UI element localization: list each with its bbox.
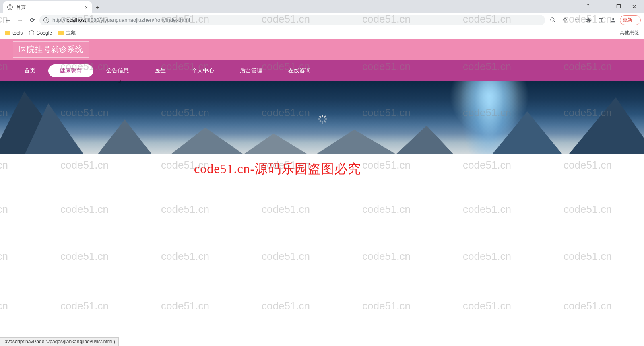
watermark-repeat: code51.cn xyxy=(262,159,310,171)
watermark-repeat: code51.cn xyxy=(564,250,612,263)
bookmark-google[interactable]: Google xyxy=(29,30,52,36)
watermark-repeat: code51.cn xyxy=(161,159,209,171)
globe-icon xyxy=(29,30,34,35)
site-header: 医院挂号就诊系统 xyxy=(0,39,644,60)
watermark-repeat: code51.cn xyxy=(262,107,310,119)
minimize-icon[interactable]: — xyxy=(597,2,610,12)
watermark-repeat: code51.cn xyxy=(60,300,109,312)
search-icon[interactable] xyxy=(547,15,558,25)
other-bookmarks[interactable]: 其他书签 xyxy=(618,29,639,36)
watermark-repeat: code51.cn xyxy=(0,107,8,119)
watermark-repeat: code51.cn xyxy=(463,13,511,25)
watermark-repeat: code51.cn xyxy=(262,300,310,312)
bookmarks-bar: tools Google 宝藏 其他书签 xyxy=(0,27,644,39)
watermark-repeat: code51.cn xyxy=(60,13,109,25)
watermark-repeat: code51.cn xyxy=(362,203,411,216)
status-text: javascript:navPage('./pages/jiankangjiao… xyxy=(4,339,115,344)
watermark-repeat: code51.cn xyxy=(463,159,511,171)
watermark-repeat: code51.cn xyxy=(564,203,612,216)
watermark-repeat: code51.cn xyxy=(362,300,411,312)
site-logo[interactable]: 医院挂号就诊系统 xyxy=(13,41,89,58)
globe-icon xyxy=(7,4,13,10)
browser-tab-strip: 首页 × + ˅ — ❐ ✕ xyxy=(0,0,644,13)
watermark-repeat: code51.cn xyxy=(362,159,411,171)
watermark-repeat: code51.cn xyxy=(262,60,310,73)
watermark-repeat: code51.cn xyxy=(0,159,8,171)
nav-home[interactable]: 首页 xyxy=(11,64,48,77)
menu-dots-icon: ⋮ xyxy=(634,17,638,23)
watermark-repeat: code51.cn xyxy=(463,250,511,263)
folder-icon xyxy=(58,31,64,35)
watermark-repeat: code51.cn xyxy=(60,60,109,73)
watermark-repeat: code51.cn xyxy=(463,107,511,119)
loading-spinner-icon xyxy=(318,115,326,124)
watermark-repeat: code51.cn xyxy=(362,13,411,25)
watermark-repeat: code51.cn xyxy=(463,60,511,73)
tab-title: 首页 xyxy=(16,4,26,11)
update-button[interactable]: 更新 ⋮ xyxy=(620,15,641,25)
watermark-repeat: code51.cn xyxy=(60,203,109,216)
watermark-repeat: code51.cn xyxy=(60,250,109,263)
watermark-repeat: code51.cn xyxy=(262,203,310,216)
watermark-repeat: code51.cn xyxy=(60,107,109,119)
watermark-repeat: code51.cn xyxy=(463,300,511,312)
watermark-repeat: code51.cn xyxy=(362,107,411,119)
watermark-repeat: code51.cn xyxy=(0,203,8,216)
watermark-repeat: code51.cn xyxy=(362,250,411,263)
watermark-repeat: code51.cn xyxy=(564,13,612,25)
watermark-repeat: code51.cn xyxy=(262,250,310,263)
site-title: 医院挂号就诊系统 xyxy=(19,45,83,54)
watermark-repeat: code51.cn xyxy=(564,60,612,73)
watermark-repeat: code51.cn xyxy=(0,60,8,73)
bookmark-treasure[interactable]: 宝藏 xyxy=(58,29,76,36)
svg-point-3 xyxy=(612,18,614,20)
watermark-repeat: code51.cn xyxy=(463,203,511,216)
chevron-down-icon[interactable]: ˅ xyxy=(581,2,595,12)
watermark-repeat: code51.cn xyxy=(161,13,209,25)
watermark-repeat: code51.cn xyxy=(362,60,411,73)
watermark-repeat: code51.cn xyxy=(564,300,612,312)
folder-icon xyxy=(5,31,10,35)
watermark-repeat: code51.cn xyxy=(161,300,209,312)
info-icon[interactable]: i xyxy=(43,17,49,23)
new-tab-button[interactable]: + xyxy=(92,2,103,13)
watermark-repeat: code51.cn xyxy=(0,13,8,25)
watermark-repeat: code51.cn xyxy=(161,250,209,263)
forward-button[interactable]: → xyxy=(15,15,25,25)
watermark-repeat: code51.cn xyxy=(564,159,612,171)
bookmark-tools[interactable]: tools xyxy=(5,30,23,36)
watermark-repeat: code51.cn xyxy=(0,300,8,312)
status-bar: javascript:navPage('./pages/jiankangjiao… xyxy=(0,337,119,346)
watermark-repeat: code51.cn xyxy=(161,107,209,119)
svg-point-0 xyxy=(550,18,554,21)
page-content: 医院挂号就诊系统 首页 健康教育 公告信息 医生 个人中心 后台管理 在线咨询 xyxy=(0,39,644,154)
reload-button[interactable]: ⟳ xyxy=(27,15,37,25)
maximize-icon[interactable]: ❐ xyxy=(612,2,625,12)
watermark-repeat: code51.cn xyxy=(60,159,109,171)
browser-tab[interactable]: 首页 × xyxy=(3,1,92,13)
watermark-repeat: code51.cn xyxy=(161,203,209,216)
watermark-repeat: code51.cn xyxy=(564,107,612,119)
watermark-repeat: code51.cn xyxy=(161,60,209,73)
watermark-repeat: code51.cn xyxy=(0,250,8,263)
close-window-icon[interactable]: ✕ xyxy=(627,2,641,12)
close-icon[interactable]: × xyxy=(85,4,88,10)
watermark-repeat: code51.cn xyxy=(262,13,310,25)
